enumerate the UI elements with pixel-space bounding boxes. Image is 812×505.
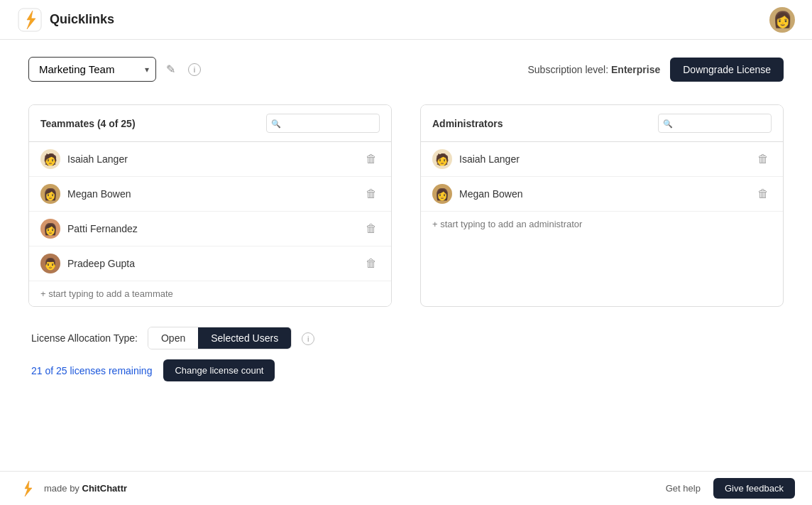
footer-made-by: made by ChitChattr: [44, 483, 127, 494]
avatar: 👩: [40, 184, 60, 204]
header: Quicklinks 👩: [0, 0, 812, 40]
avatar: 🧑: [432, 149, 452, 169]
user-info: 🧑 Isaiah Langer: [40, 149, 128, 169]
team-selector-area: Marketing Team ✎ i: [28, 57, 204, 82]
license-count-text: 21 of 25 licenses remaining: [31, 365, 152, 376]
edit-team-button[interactable]: ✎: [163, 60, 178, 79]
add-teammate-input[interactable]: [29, 281, 391, 306]
footer: made by ChitChattr Get help Give feedbac…: [0, 471, 812, 505]
teammates-title: Teammates (4 of 25): [40, 118, 136, 129]
user-avatar[interactable]: 👩: [769, 7, 795, 33]
subscription-level: Enterprise: [611, 64, 660, 75]
admins-title: Administrators: [432, 118, 503, 129]
info-icon: i: [188, 63, 201, 76]
edit-icon: ✎: [166, 63, 175, 76]
user-info: 👨 Pradeep Gupta: [40, 254, 135, 273]
admins-panel-header: Administrators: [421, 105, 783, 142]
allocation-toggle-group: Open Selected Users: [148, 327, 292, 349]
footer-brand: ChitChattr: [82, 483, 128, 494]
downgrade-license-button[interactable]: Downgrade License: [670, 58, 784, 82]
allocation-info-button[interactable]: i: [302, 332, 314, 345]
subscription-text: Subscription level: Enterprise: [527, 64, 660, 75]
list-item: 👩 Patti Fernandez 🗑: [29, 212, 391, 246]
teammates-search-input[interactable]: [266, 114, 380, 133]
footer-right: Get help Give feedback: [666, 478, 795, 499]
panels: Teammates (4 of 25) 🧑 Isaiah Langer 🗑 👩: [28, 104, 784, 307]
user-name: Megan Bowen: [67, 188, 131, 200]
footer-left: made by ChitChattr: [17, 479, 127, 499]
change-license-count-button[interactable]: Change license count: [163, 359, 275, 381]
user-info: 👩 Megan Bowen: [40, 184, 131, 204]
admins-search-input[interactable]: [658, 114, 772, 133]
user-info: 🧑 Isaiah Langer: [432, 149, 520, 169]
license-section: License Allocation Type: Open Selected U…: [28, 327, 784, 381]
user-name: Isaiah Langer: [67, 153, 128, 165]
avatar: 👨: [40, 254, 60, 273]
subscription-area: Subscription level: Enterprise Downgrade…: [527, 58, 784, 82]
user-name: Pradeep Gupta: [67, 258, 135, 269]
team-dropdown[interactable]: Marketing Team: [28, 57, 156, 82]
delete-user-button[interactable]: 🗑: [363, 186, 380, 202]
delete-admin-button[interactable]: 🗑: [755, 151, 772, 167]
chitchattr-logo-icon: [17, 479, 37, 499]
admins-list: 🧑 Isaiah Langer 🗑 👩 Megan Bowen 🗑: [421, 142, 783, 211]
give-feedback-button[interactable]: Give feedback: [713, 478, 795, 499]
info-button[interactable]: i: [185, 60, 204, 79]
avatar: 👩: [432, 184, 452, 204]
team-dropdown-wrapper: Marketing Team: [28, 57, 156, 82]
quicklinks-logo-icon: [17, 7, 43, 33]
user-name: Megan Bowen: [459, 188, 523, 200]
logo-text: Quicklinks: [50, 12, 114, 27]
user-name: Isaiah Langer: [459, 153, 520, 165]
teammates-search-wrapper: [266, 114, 380, 133]
info-circle-icon: i: [302, 332, 314, 345]
list-item: 🧑 Isaiah Langer 🗑: [421, 142, 783, 177]
delete-user-button[interactable]: 🗑: [363, 221, 380, 237]
logo-area: Quicklinks: [17, 7, 114, 33]
teammates-panel-header: Teammates (4 of 25): [29, 105, 391, 142]
top-bar: Marketing Team ✎ i Subscription level: E…: [28, 57, 784, 82]
admins-panel: Administrators 🧑 Isaiah Langer 🗑 👩 M: [420, 104, 784, 307]
delete-user-button[interactable]: 🗑: [363, 151, 380, 167]
avatar: 🧑: [40, 149, 60, 169]
list-item: 👨 Pradeep Gupta 🗑: [29, 246, 391, 281]
user-name: Patti Fernandez: [67, 223, 138, 234]
admins-search-wrapper: [658, 114, 772, 133]
avatar: 👩: [40, 219, 60, 239]
user-info: 👩 Patti Fernandez: [40, 219, 138, 239]
delete-admin-button[interactable]: 🗑: [755, 186, 772, 202]
list-item: 👩 Megan Bowen 🗑: [29, 177, 391, 212]
license-count-row: 21 of 25 licenses remaining Change licen…: [31, 359, 781, 381]
open-toggle-button[interactable]: Open: [148, 327, 198, 349]
delete-user-button[interactable]: 🗑: [363, 256, 380, 271]
teammates-panel: Teammates (4 of 25) 🧑 Isaiah Langer 🗑 👩: [28, 104, 392, 307]
list-item: 👩 Megan Bowen 🗑: [421, 177, 783, 211]
user-info: 👩 Megan Bowen: [432, 184, 523, 204]
main-content: Marketing Team ✎ i Subscription level: E…: [0, 40, 812, 398]
get-help-button[interactable]: Get help: [666, 483, 701, 494]
teammates-list: 🧑 Isaiah Langer 🗑 👩 Megan Bowen 🗑 👩: [29, 142, 391, 281]
list-item: 🧑 Isaiah Langer 🗑: [29, 142, 391, 177]
license-allocation-label: License Allocation Type:: [31, 332, 138, 344]
license-type-row: License Allocation Type: Open Selected U…: [31, 327, 781, 349]
add-admin-input[interactable]: [421, 211, 783, 237]
selected-users-toggle-button[interactable]: Selected Users: [198, 327, 291, 349]
